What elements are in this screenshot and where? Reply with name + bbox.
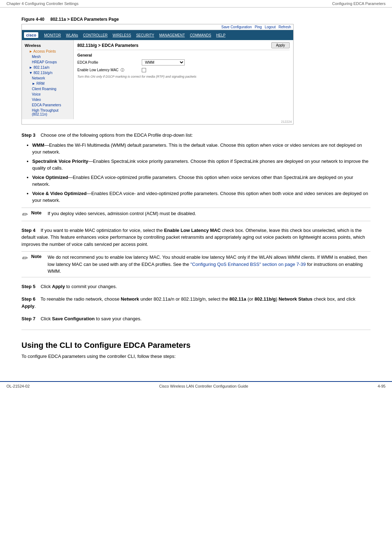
step-4-block: Step 4 If you want to enable MAC optimiz… xyxy=(21,227,371,277)
cisco-page-title: 802.11b/g > EDCA Parameters xyxy=(77,43,139,48)
bullet-voice-video-opt: Voice & Video Optimized—Enables EDCA voi… xyxy=(32,190,371,204)
step-6-label: Step 6 xyxy=(21,296,35,302)
note-text-3: If you deploy video services, admission … xyxy=(48,210,371,217)
cisco-ui-figure: Save Configuration Ping Logout Refresh c… xyxy=(21,24,371,125)
footer-ol: OL-21524-02 xyxy=(6,384,30,388)
step-3-bullets: WMM—Enables the Wi-Fi Multimedia (WMM) d… xyxy=(32,142,371,204)
sidebar-item-network[interactable]: Network xyxy=(22,76,73,81)
sidebar-item-rrm[interactable]: ► RRM xyxy=(22,81,73,86)
step-5-para: Step 5 Click Apply to commit your change… xyxy=(21,283,371,290)
cisco-ui: Save Configuration Ping Logout Refresh c… xyxy=(21,24,294,125)
sidebar-item-access-points[interactable]: ► Access Points xyxy=(22,49,73,54)
step-3-block: Step 3 Choose one of the following optio… xyxy=(21,132,371,221)
sidebar-item-80211an[interactable]: ► 802.11a/n xyxy=(22,65,73,70)
section-divider xyxy=(21,330,371,330)
sidebar-item-mesh[interactable]: Mesh xyxy=(22,54,73,59)
page-footer: OL-21524-02 Cisco Wireless LAN Controlle… xyxy=(0,381,392,390)
ping-link[interactable]: Ping xyxy=(255,25,262,29)
cisco-top-bar: Save Configuration Ping Logout Refresh xyxy=(22,24,293,30)
cisco-nav: cisco MONITOR WLANs CONTROLLER WIRELESS … xyxy=(22,30,293,40)
cisco-section-general: General xyxy=(77,53,290,57)
sidebar-header: Wireless xyxy=(22,42,73,49)
chapter-left: Chapter 4 Configuring Controller Setting… xyxy=(6,1,78,6)
sidebar-item-edca[interactable]: EDCA Parameters xyxy=(22,102,73,108)
section-intro: To configure EDCA parameters using the c… xyxy=(21,354,371,359)
sidebar-item-voice[interactable]: Voice xyxy=(22,92,73,97)
cisco-apply-button[interactable]: Apply xyxy=(271,42,290,48)
footer-doc: Cisco Wireless LAN Controller Configurat… xyxy=(159,384,248,388)
step-7-block: Step 7 Click Save Configuration to save … xyxy=(21,315,371,322)
note-icon-4: ✏ xyxy=(21,254,28,262)
main-content: Figure 4-40 802.11a > EDCA Parameters Pa… xyxy=(0,8,392,370)
chapter-right: Configuring EDCA Parameters xyxy=(332,1,386,6)
step-6-para: Step 6 To reenable the radio network, ch… xyxy=(21,296,371,310)
edca-profile-label: EDCA Profile xyxy=(77,60,142,64)
step-5-block: Step 5 Click Apply to commit your change… xyxy=(21,283,371,290)
cisco-body: Wireless ► Access Points Mesh HREAP Grou… xyxy=(22,40,293,119)
sidebar-item-high-throughput[interactable]: High Throughput(802.11n) xyxy=(22,108,73,117)
cisco-logo: cisco xyxy=(24,32,38,38)
edca-profile-row: EDCA Profile WMM xyxy=(77,59,290,65)
step-6-block: Step 6 To reenable the radio network, ch… xyxy=(21,296,371,310)
nav-help[interactable]: HELP xyxy=(214,32,228,38)
cisco-sidebar: Wireless ► Access Points Mesh HREAP Grou… xyxy=(22,40,74,119)
step-7-para: Step 7 Click Save Configuration to save … xyxy=(21,315,371,322)
low-latency-label: Enable Low Latency MAC ⓘ xyxy=(77,68,142,73)
note-label-3: Note xyxy=(31,210,44,215)
low-latency-checkbox[interactable] xyxy=(142,68,146,72)
chapter-bar: Chapter 4 Configuring Controller Setting… xyxy=(0,0,392,8)
bullet-wmm: WMM—Enables the Wi-Fi Multimedia (WMM) d… xyxy=(32,142,371,156)
image-number: 212224 xyxy=(22,119,293,124)
footer-page: 4-95 xyxy=(378,384,386,388)
bullet-spectralink: Spectralink Voice Priority—Enables Spect… xyxy=(32,158,371,172)
cisco-wordmark: cisco xyxy=(26,33,36,37)
nav-management[interactable]: MANAGEMENT xyxy=(157,32,187,38)
cisco-main-panel: 802.11b/g > EDCA Parameters Apply Genera… xyxy=(74,40,293,119)
nav-commands[interactable]: COMMANDS xyxy=(188,32,213,38)
step-4-note-box: ✏ Note We do not recommend you to enable… xyxy=(21,251,371,277)
cisco-dscp-note: Turn this ON only if DSCP marking is cor… xyxy=(77,75,290,78)
sidebar-item-80211bgn[interactable]: ▼ 802.11b/g/n xyxy=(22,70,73,76)
section-heading: Using the CLI to Configure EDCA Paramete… xyxy=(21,341,371,350)
figure-label: Figure 4-40 802.11a > EDCA Parameters Pa… xyxy=(21,17,371,22)
nav-wlans[interactable]: WLANs xyxy=(64,32,80,38)
note-icon-3: ✏ xyxy=(21,210,28,219)
note-text-4: We do not recommend you to enable low la… xyxy=(48,254,371,275)
step-3-label: Step 3 xyxy=(21,132,35,138)
sidebar-item-video[interactable]: Video xyxy=(22,97,73,102)
step-3-note-box: ✏ Note If you deploy video services, adm… xyxy=(21,208,371,221)
edca-profile-select[interactable]: WMM xyxy=(142,59,185,65)
save-config-link[interactable]: Save Configuration xyxy=(221,25,252,29)
logout-link[interactable]: Logout xyxy=(265,25,276,29)
nav-security[interactable]: SECURITY xyxy=(134,32,156,38)
step-3-intro: Step 3 Choose one of the following optio… xyxy=(21,132,371,139)
cisco-page-header: 802.11b/g > EDCA Parameters Apply xyxy=(77,42,290,50)
step-7-label: Step 7 xyxy=(21,316,35,321)
low-latency-row: Enable Low Latency MAC ⓘ xyxy=(77,68,290,73)
sidebar-item-hreap[interactable]: HREAP Groups xyxy=(22,59,73,65)
nav-monitor[interactable]: MONITOR xyxy=(42,32,63,38)
note-label-4: Note xyxy=(31,254,44,259)
step-4-label: Step 4 xyxy=(21,228,35,233)
step-4-para: Step 4 If you want to enable MAC optimiz… xyxy=(21,227,371,248)
refresh-link[interactable]: Refresh xyxy=(279,25,291,29)
step-5-label: Step 5 xyxy=(21,284,35,289)
nav-controller[interactable]: CONTROLLER xyxy=(81,32,110,38)
nav-wireless[interactable]: WIRELESS xyxy=(110,32,133,38)
bullet-voice-opt: Voice Optimized—Enables EDCA voice-optim… xyxy=(32,174,371,188)
sidebar-item-client-roaming[interactable]: Client Roaming xyxy=(22,86,73,92)
